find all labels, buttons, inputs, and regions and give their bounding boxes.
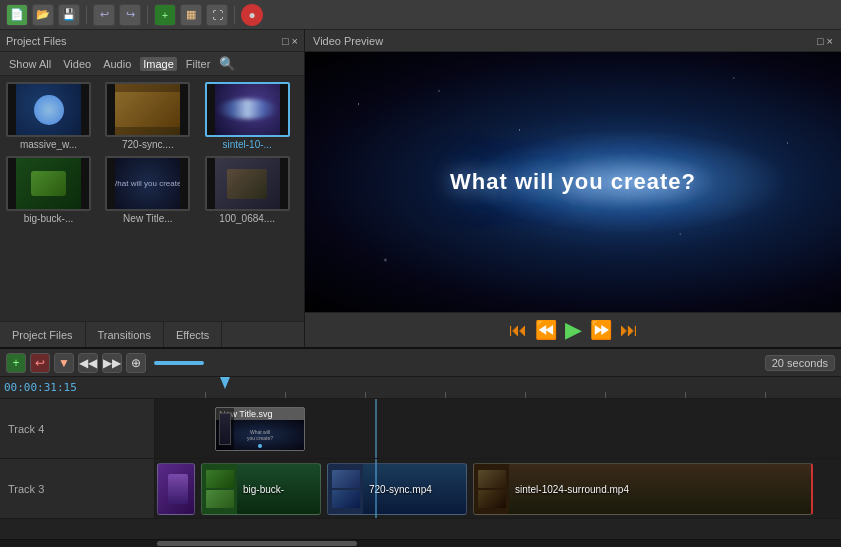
filter-audio[interactable]: Audio (100, 57, 134, 71)
media-thumb-sintel10 (205, 82, 290, 137)
thumb-bg-bigbuck (8, 158, 89, 209)
jump-end-button[interactable]: ⏭ (620, 321, 638, 339)
center-track-button[interactable]: ⊕ (126, 353, 146, 373)
playback-controls: ⏮ ⏪ ▶ ⏩ ⏭ (305, 312, 841, 347)
timeline-scrollbar (0, 539, 841, 547)
record-button[interactable]: ● (241, 4, 263, 26)
timeline-tracks: Track 4 New Title.svg What willyou creat… (0, 399, 841, 539)
track4-label: Track 4 (0, 399, 155, 458)
media-thumb-bigbuck (6, 156, 91, 211)
clip-720-label: 720-sync.mp4 (363, 484, 466, 495)
rewind-button[interactable]: ⏪ (535, 321, 557, 339)
timeline: + ↩ ▼ ◀◀ ▶▶ ⊕ 20 seconds 00:00:31:15 00:… (0, 347, 841, 547)
separator-3 (234, 6, 235, 24)
preview-close-icon[interactable]: × (827, 35, 833, 47)
media-grid: massive_w... 720-sync.... sintel-10 (0, 76, 304, 321)
tab-transitions[interactable]: Transitions (86, 322, 164, 347)
undo-button[interactable]: ↩ (93, 4, 115, 26)
media-label-massive: massive_w... (6, 139, 91, 150)
open-button[interactable]: 📂 (32, 4, 54, 26)
minimize-icon[interactable]: □ (282, 35, 289, 47)
thumb-bg-720sync (107, 84, 188, 135)
thumb-bg-100_0684 (207, 158, 288, 209)
ruler-marks: 00:00:40 00:01:00 00:01:20 00:01:40 00:0… (155, 377, 841, 398)
header-icons: □ × (282, 35, 298, 47)
search-icon[interactable]: 🔍 (219, 56, 235, 71)
zoom-seconds-badge: 20 seconds (765, 355, 835, 371)
separator-1 (86, 6, 87, 24)
track-row-4: Track 4 New Title.svg What willyou creat… (0, 399, 841, 459)
main-area: Project Files □ × Show All Video Audio I… (0, 30, 841, 347)
media-item-massive[interactable]: massive_w... (6, 82, 99, 150)
save-button[interactable]: 💾 (58, 4, 80, 26)
clip-sintel-label: sintel-1024-surround.mp4 (509, 484, 811, 495)
video-preview: What will you create? (305, 52, 841, 312)
fast-forward-button[interactable]: ⏩ (590, 321, 612, 339)
project-files-header: Project Files □ × (0, 30, 304, 52)
track4-content: New Title.svg What willyou create? (155, 399, 841, 458)
timecode-display: 00:00:31:15 (4, 381, 77, 394)
main-toolbar: 📄 📂 💾 ↩ ↪ + ▦ ⛶ ● (0, 0, 841, 30)
remove-track-button[interactable]: ↩ (30, 353, 50, 373)
media-item-bigbuck[interactable]: big-buck-... (6, 156, 99, 224)
jump-start-button[interactable]: ⏮ (509, 321, 527, 339)
clip-purple[interactable] (157, 463, 195, 515)
add-button[interactable]: + (154, 4, 176, 26)
media-thumb-newtitle: What will you create? (105, 156, 190, 211)
next-track-button[interactable]: ▶▶ (102, 353, 122, 373)
filter-image[interactable]: Image (140, 57, 177, 71)
track4-playhead (375, 399, 377, 458)
tab-effects[interactable]: Effects (164, 322, 222, 347)
play-button[interactable]: ▶ (565, 319, 582, 341)
zoom-slider[interactable] (154, 361, 204, 365)
clip-bigbuck-thumb (202, 464, 237, 514)
clip-sintel-thumb (474, 464, 509, 514)
media-thumb-720sync (105, 82, 190, 137)
clip-sintel[interactable]: sintel-1024-surround.mp4 (473, 463, 813, 515)
preview-minimize-icon[interactable]: □ (817, 35, 824, 47)
left-panel: Project Files □ × Show All Video Audio I… (0, 30, 305, 347)
filter-bar: Show All Video Audio Image Filter 🔍 (0, 52, 304, 76)
thumb-bg-massive (8, 84, 89, 135)
project-files-title: Project Files (6, 35, 67, 47)
playhead-marker (220, 377, 230, 389)
preview-header-icons: □ × (817, 35, 833, 47)
layers-button[interactable]: ▦ (180, 4, 202, 26)
media-thumb-massive (6, 82, 91, 137)
media-label-100_0684: 100_0684.... (205, 213, 290, 224)
track3-label: Track 3 (0, 459, 155, 518)
media-thumb-100_0684 (205, 156, 290, 211)
clip-bigbuck[interactable]: big-buck- (201, 463, 321, 515)
clip-720sync[interactable]: 720-sync.mp4 (327, 463, 467, 515)
add-track-button[interactable]: + (6, 353, 26, 373)
newtitle-clip[interactable]: New Title.svg What willyou create? (215, 407, 305, 451)
prev-track-button[interactable]: ◀◀ (78, 353, 98, 373)
timeline-ruler: 00:00:31:15 00:00:40 00:01:00 00:01:20 0… (0, 377, 841, 399)
preview-title: Video Preview (313, 35, 383, 47)
redo-button[interactable]: ↪ (119, 4, 141, 26)
filter-filter[interactable]: Filter (183, 57, 213, 71)
media-item-newtitle[interactable]: What will you create? New Title... (105, 156, 198, 224)
thumb-bg-newtitle: What will you create? (107, 158, 188, 209)
tab-project-files[interactable]: Project Files (0, 322, 86, 347)
media-label-newtitle: New Title... (105, 213, 190, 224)
clip-bigbuck-label: big-buck- (237, 484, 320, 495)
new-button[interactable]: 📄 (6, 4, 28, 26)
media-label-720sync: 720-sync.... (105, 139, 190, 150)
scrollbar-thumb[interactable] (157, 541, 357, 546)
preview-header: Video Preview □ × (305, 30, 841, 52)
separator-2 (147, 6, 148, 24)
timeline-toolbar: + ↩ ▼ ◀◀ ▶▶ ⊕ 20 seconds (0, 349, 841, 377)
right-panel: Video Preview □ × What will you create? … (305, 30, 841, 347)
fullscreen-button[interactable]: ⛶ (206, 4, 228, 26)
clip-purple-thumb (158, 464, 195, 514)
filter-track-button[interactable]: ▼ (54, 353, 74, 373)
media-item-sintel10[interactable]: sintel-10-... (205, 82, 298, 150)
media-label-bigbuck: big-buck-... (6, 213, 91, 224)
filter-video[interactable]: Video (60, 57, 94, 71)
clip-720-thumb (328, 464, 363, 514)
close-icon[interactable]: × (292, 35, 298, 47)
filter-show-all[interactable]: Show All (6, 57, 54, 71)
media-item-720sync[interactable]: 720-sync.... (105, 82, 198, 150)
media-item-100_0684[interactable]: 100_0684.... (205, 156, 298, 224)
